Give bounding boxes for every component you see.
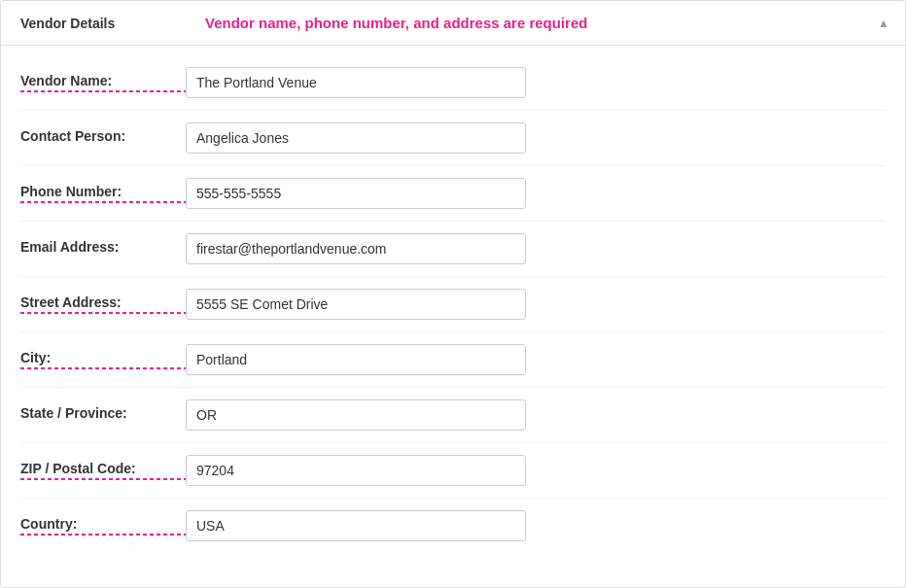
label-vendor-name: Vendor Name:: [20, 73, 186, 92]
input-state-province[interactable]: [186, 399, 526, 431]
input-vendor-name[interactable]: [186, 67, 526, 98]
form-row-phone-number: Phone Number:: [20, 166, 886, 222]
label-contact-person: Contact Person:: [20, 128, 186, 148]
form-row-country: Country:: [20, 499, 886, 553]
label-city: City:: [20, 350, 186, 369]
label-email-address: Email Address:: [20, 239, 186, 259]
form-row-contact-person: Contact Person:: [20, 111, 886, 166]
panel-warning: Vendor name, phone number, and address a…: [205, 15, 587, 31]
input-zip-postal-code[interactable]: [186, 455, 526, 486]
panel-header: Vendor Details Vendor name, phone number…: [1, 1, 905, 46]
form-row-street-address: Street Address:: [20, 277, 886, 332]
form-row-city: City:: [20, 332, 886, 388]
label-state-province: State / Province:: [20, 405, 186, 425]
input-street-address[interactable]: [186, 289, 526, 320]
form-row-vendor-name: Vendor Name:: [20, 55, 886, 111]
panel-title: Vendor Details: [20, 16, 147, 31]
form-row-zip-postal-code: ZIP / Postal Code:: [20, 443, 886, 499]
input-email-address[interactable]: [186, 233, 526, 264]
label-country: Country:: [20, 516, 186, 536]
label-phone-number: Phone Number:: [20, 184, 186, 203]
input-city[interactable]: [186, 344, 526, 375]
form-body: Vendor Name:Contact Person:Phone Number:…: [1, 46, 905, 572]
input-country[interactable]: [186, 510, 526, 541]
label-zip-postal-code: ZIP / Postal Code:: [20, 461, 186, 480]
label-street-address: Street Address:: [20, 294, 186, 314]
input-contact-person[interactable]: [186, 122, 526, 154]
collapse-icon[interactable]: ▲: [878, 17, 889, 30]
vendor-details-panel: Vendor Details Vendor name, phone number…: [0, 0, 906, 588]
form-row-state-province: State / Province:: [20, 388, 886, 443]
form-row-email-address: Email Address:: [20, 222, 886, 277]
input-phone-number[interactable]: [186, 178, 526, 209]
